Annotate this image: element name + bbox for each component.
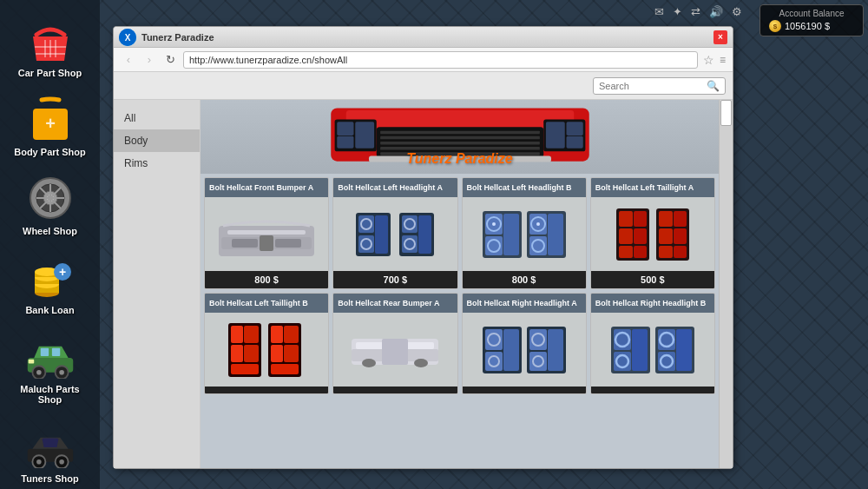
svg-rect-44 (380, 131, 540, 135)
account-balance-value: 1056190 $ (785, 21, 830, 31)
product-price-3: 500 $ (591, 271, 714, 288)
browser-menu-button[interactable]: ≡ (720, 54, 726, 66)
browser-refresh-button[interactable]: ↻ (162, 52, 178, 68)
wheel-shop-icon (24, 172, 76, 224)
product-image-4 (205, 313, 328, 387)
svg-rect-55 (566, 136, 582, 149)
svg-marker-34 (42, 439, 58, 447)
sidebar-item-wheel-shop[interactable]: Wheel Shop (7, 167, 94, 241)
svg-rect-71 (418, 215, 431, 254)
sidebar-item-maluch-parts-shop-label: Maluch Parts Shop (10, 384, 90, 405)
product-price-2: 800 $ (463, 271, 586, 288)
svg-rect-141 (676, 329, 692, 371)
body-part-shop-icon: + (24, 93, 76, 145)
product-name-1: Bolt Hellcat Left Headlight A (333, 178, 457, 197)
sidebar: Car Part Shop + Body Part Shop (0, 0, 100, 489)
svg-rect-26 (40, 348, 48, 356)
browser-close-button[interactable]: × (713, 30, 727, 44)
svg-rect-110 (231, 364, 259, 374)
svg-rect-63 (260, 235, 273, 251)
scrollbar-track[interactable] (719, 100, 733, 468)
svg-rect-114 (284, 345, 299, 362)
bluetooth-icon[interactable]: ✦ (673, 5, 682, 18)
svg-rect-101 (674, 228, 687, 244)
browser-address-bar[interactable] (183, 51, 698, 69)
volume-icon[interactable]: 🔊 (709, 5, 723, 18)
nav-item-body[interactable]: Body (114, 129, 200, 152)
svg-rect-96 (619, 246, 633, 258)
product-card-4[interactable]: Bolt Hellcat Left Taillight B (204, 293, 329, 394)
product-card-0[interactable]: Bolt Hellcat Front Bumper A (204, 177, 329, 289)
mail-icon[interactable]: ✉ (654, 5, 664, 18)
svg-rect-107 (244, 326, 259, 343)
shop-content: Tunerz Paradize Bolt Hellcat Front Bumpe… (201, 100, 719, 468)
sidebar-item-body-part-shop-label: Body Part Shop (14, 147, 86, 157)
coin-icon: $ (769, 20, 781, 32)
svg-text:+: + (45, 114, 56, 133)
browser-bookmark-button[interactable]: ☆ (703, 53, 714, 67)
browser-window: X Tunerz Paradize × ‹ › ↻ ☆ ≡ 🔍 All Body… (113, 26, 733, 469)
search-container: 🔍 (593, 77, 726, 95)
account-balance-label: Account Balance (769, 9, 854, 18)
svg-rect-102 (659, 246, 673, 258)
svg-rect-100 (659, 228, 673, 244)
svg-text:X: X (125, 33, 131, 43)
nav-item-rims[interactable]: Rims (114, 152, 200, 175)
sidebar-item-bank-loan-label: Bank Loan (25, 305, 74, 315)
tuners-shop-icon (24, 420, 76, 472)
browser-title: Tunerz Paradize (141, 32, 708, 43)
product-price-5 (333, 387, 457, 393)
search-icon[interactable]: 🔍 (707, 80, 720, 92)
product-price-6 (463, 387, 586, 393)
svg-rect-98 (659, 211, 673, 227)
svg-text:+: + (58, 265, 65, 279)
product-card-3[interactable]: Bolt Hellcat Left Taillight A (590, 177, 715, 289)
svg-point-120 (362, 359, 376, 367)
search-input[interactable] (599, 81, 703, 91)
bank-loan-icon: + (24, 251, 76, 303)
svg-rect-47 (380, 147, 540, 150)
account-balance-panel: Account Balance $ 1056190 $ (760, 4, 864, 36)
browser-navbar: ‹ › ↻ ☆ ≡ (114, 48, 733, 72)
browser-search-bar: 🔍 (114, 72, 733, 100)
product-name-7: Bolt Hellcat Right Headlight B (591, 294, 714, 313)
svg-rect-111 (271, 326, 283, 343)
product-name-6: Bolt Hellcat Right Headlight A (463, 294, 586, 313)
svg-rect-54 (566, 122, 582, 135)
svg-rect-99 (674, 211, 687, 227)
product-image-6 (463, 313, 586, 387)
svg-rect-92 (619, 211, 633, 227)
svg-rect-103 (674, 246, 687, 258)
browser-back-button[interactable]: ‹ (121, 52, 136, 68)
sidebar-item-tuners-shop[interactable]: Tuners Shop (7, 414, 94, 489)
svg-rect-129 (548, 329, 563, 371)
product-card-6[interactable]: Bolt Hellcat Right Headlight A (462, 293, 587, 394)
nav-item-all[interactable]: All (114, 107, 200, 129)
svg-rect-83 (548, 214, 563, 255)
product-card-1[interactable]: Bolt Hellcat Left Headlight A (332, 177, 457, 289)
svg-rect-94 (619, 228, 633, 244)
svg-rect-97 (634, 246, 647, 258)
product-card-2[interactable]: Bolt Hellcat Left Headlight B (462, 177, 587, 289)
network-icon[interactable]: ⇄ (691, 5, 700, 18)
sidebar-item-maluch-parts-shop[interactable]: Maluch Parts Shop (7, 325, 94, 410)
sidebar-item-bank-loan[interactable]: + Bank Loan (7, 246, 94, 320)
sidebar-item-car-part-shop-label: Car Part Shop (18, 68, 82, 78)
sidebar-item-body-part-shop[interactable]: + Body Part Shop (7, 88, 94, 162)
svg-rect-46 (380, 142, 540, 145)
svg-rect-108 (231, 345, 243, 362)
svg-rect-52 (355, 122, 374, 149)
svg-rect-32 (28, 360, 34, 364)
product-card-5[interactable]: Bolt Hellcat Rear Bumper A (332, 293, 457, 394)
scrollbar-thumb[interactable] (720, 100, 732, 126)
settings-icon[interactable]: ⚙ (732, 5, 742, 18)
browser-forward-button[interactable]: › (141, 52, 157, 68)
left-nav: All Body Rims (114, 100, 201, 468)
product-name-2: Bolt Hellcat Left Headlight B (463, 178, 586, 197)
browser-content: All Body Rims (114, 100, 733, 468)
browser-titlebar: X Tunerz Paradize × (114, 27, 733, 48)
product-card-7[interactable]: Bolt Hellcat Right Headlight B (590, 293, 715, 394)
svg-rect-138 (632, 329, 648, 371)
svg-rect-61 (232, 239, 258, 248)
svg-rect-27 (51, 348, 59, 356)
